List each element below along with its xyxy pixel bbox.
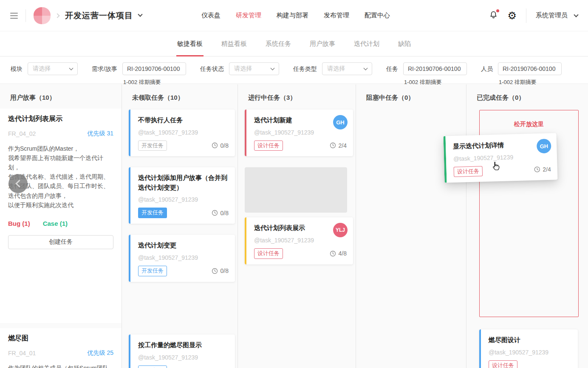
task-time: 2/4 bbox=[330, 142, 347, 149]
task-status-select[interactable]: 请选择 bbox=[229, 62, 279, 75]
clock-icon bbox=[212, 268, 218, 274]
carousel-prev-button[interactable] bbox=[8, 174, 28, 193]
nav-item-dev-management[interactable]: 研发管理 bbox=[236, 11, 261, 20]
task-handle: @task_190527_91239 bbox=[138, 129, 229, 136]
story-priority[interactable]: 优先级 25 bbox=[88, 349, 113, 357]
tab-agile-board[interactable]: 敏捷看板 bbox=[177, 31, 203, 56]
nav-item-release[interactable]: 发布管理 bbox=[324, 11, 349, 20]
filter-task-status: 任务状态 请选择 bbox=[200, 62, 279, 75]
column-header: 已完成任务（0） bbox=[466, 84, 588, 108]
task-time: 0/8 bbox=[212, 210, 229, 216]
story-input[interactable] bbox=[122, 62, 186, 75]
divider bbox=[526, 8, 526, 23]
task-title: 显示迭代计划详情 bbox=[453, 139, 551, 152]
task-card[interactable]: 按工作量的燃尽图显示 @task_190527_91239 开发任务 bbox=[129, 334, 235, 368]
story-description: 作为团队的相关成员（包括Scrum团队成 bbox=[8, 363, 113, 368]
create-task-button[interactable]: 创建任务 bbox=[8, 235, 113, 249]
user-menu[interactable]: 系统管理员 bbox=[536, 11, 578, 20]
filter-task-label: 任务 bbox=[386, 62, 398, 86]
clock-icon bbox=[212, 142, 218, 149]
task-card[interactable]: 迭代计划新建 GH @task_190527_91239 设计任务 2/4 bbox=[245, 110, 353, 156]
filter-person: 人员 1-002 排期摘要 bbox=[481, 62, 562, 86]
column-todo-tasks: 未领取任务（10） 不带执行人任务 @task_190527_91239 开发任… bbox=[122, 84, 238, 368]
clock-icon bbox=[212, 210, 218, 216]
story-priority[interactable]: 优先级 31 bbox=[88, 130, 113, 138]
story-title: 燃尽图 bbox=[8, 334, 113, 343]
task-title: 迭代计划列表展示 bbox=[254, 223, 347, 233]
story-code: FR_04_01 bbox=[8, 350, 36, 357]
notification-dot bbox=[496, 9, 499, 12]
story-card[interactable]: 燃尽图 FR_04_01 优先级 25 作为团队的相关成员（包括Scrum团队成 bbox=[0, 328, 122, 368]
task-time: 2/4 bbox=[534, 166, 551, 173]
task-type-placeholder: 请选择 bbox=[327, 65, 345, 73]
breadcrumb-chevron-icon bbox=[55, 13, 59, 18]
person-input[interactable] bbox=[498, 62, 562, 75]
task-type-select[interactable]: 请选择 bbox=[322, 62, 372, 75]
drag-placeholder bbox=[245, 167, 347, 213]
column-header: 未领取任务（10） bbox=[122, 84, 237, 108]
task-title: 不带执行人任务 bbox=[138, 115, 229, 125]
task-type-tag: 开发任务 bbox=[138, 365, 167, 368]
tab-system-tasks[interactable]: 系统任务 bbox=[266, 31, 291, 56]
story-title: 迭代计划列表展示 bbox=[8, 115, 113, 124]
tab-defects[interactable]: 缺陷 bbox=[398, 31, 411, 56]
task-type-tag: 设计任务 bbox=[454, 166, 483, 177]
topbar-right: ⚙ 系统管理员 bbox=[489, 8, 578, 23]
task-type-tag: 设计任务 bbox=[254, 248, 283, 259]
chevron-down-icon bbox=[69, 66, 74, 70]
task-handle: @task_190527_91239 bbox=[138, 354, 229, 361]
clock-icon bbox=[330, 250, 336, 257]
filter-person-label: 人员 bbox=[481, 62, 493, 86]
chevron-down-icon bbox=[138, 12, 142, 17]
task-handle: @task_190527_91239 bbox=[254, 129, 347, 136]
filter-module-label: 模块 bbox=[11, 62, 23, 75]
hamburger-menu-icon[interactable] bbox=[10, 13, 18, 19]
app-logo[interactable] bbox=[34, 7, 51, 24]
project-title: 开发运营一体项目 bbox=[65, 10, 133, 21]
case-badge[interactable]: Case (1) bbox=[43, 220, 68, 227]
board-tabs: 敏捷看板 精益看板 系统任务 用户故事 迭代计划 缺陷 bbox=[0, 31, 588, 56]
story-code: FR_04_02 bbox=[8, 130, 36, 137]
task-type-tag: 开发任务 bbox=[138, 208, 167, 218]
tab-iteration-plan[interactable]: 迭代计划 bbox=[354, 31, 379, 56]
column-doing-tasks: 进行中任务（3） 迭代计划新建 GH @task_190527_91239 设计… bbox=[238, 84, 356, 368]
tab-user-stories[interactable]: 用户故事 bbox=[310, 31, 335, 56]
chevron-down-icon bbox=[363, 66, 368, 70]
settings-gear-icon[interactable]: ⚙ bbox=[507, 11, 517, 21]
bug-badge[interactable]: Bug (1) bbox=[8, 220, 30, 227]
clock-icon bbox=[330, 142, 336, 149]
task-handle: @task_190527_91239 bbox=[453, 152, 551, 162]
task-card[interactable]: 迭代计划添加用户故事（合并到迭代计划变更） @task_190527_91239… bbox=[129, 167, 235, 224]
nav-item-build-deploy[interactable]: 构建与部署 bbox=[277, 11, 308, 20]
task-card[interactable]: 燃尽图设计 @task_190527_91239 设计任务 bbox=[479, 329, 578, 368]
project-switcher[interactable]: 开发运营一体项目 bbox=[65, 10, 142, 21]
module-select-placeholder: 请选择 bbox=[33, 65, 51, 73]
filter-story-label: 需求/故事 bbox=[92, 62, 117, 86]
notification-bell-icon[interactable] bbox=[489, 10, 498, 21]
task-card[interactable]: 迭代计划变更 @task_190527_91239 开发任务 0/8 bbox=[129, 235, 235, 281]
kanban-board: 用户故事（10） 迭代计划列表展示 FR_04_02 优先级 31 作为Scru… bbox=[0, 84, 588, 368]
avatar[interactable]: GH bbox=[333, 115, 348, 129]
story-card[interactable]: 迭代计划列表展示 FR_04_02 优先级 31 作为Scrum团队的Maste… bbox=[0, 109, 122, 323]
filter-bar: 模块 请选择 需求/故事 1-002 排期摘要 任务状态 请选择 任务类型 请选… bbox=[0, 56, 588, 84]
column-header: 阻塞中任务（0） bbox=[356, 84, 466, 108]
column-header: 用户故事（10） bbox=[0, 84, 122, 108]
module-select[interactable]: 请选择 bbox=[28, 62, 78, 75]
chevron-left-icon bbox=[15, 180, 23, 187]
column-header: 进行中任务（3） bbox=[238, 84, 356, 108]
filter-module: 模块 请选择 bbox=[11, 62, 78, 75]
task-card[interactable]: 迭代计划列表展示 YLJ @task_190527_91239 设计任务 4/8 bbox=[245, 217, 353, 264]
filter-story: 需求/故事 1-002 排期摘要 bbox=[92, 62, 186, 86]
nav-item-dashboard[interactable]: 仪表盘 bbox=[201, 11, 220, 20]
nav-item-config[interactable]: 配置中心 bbox=[365, 11, 390, 20]
dragged-task-card[interactable]: 显示迭代计划详情 GH @task_190527_91239 设计任务 2/4 bbox=[444, 133, 558, 183]
filter-task-type-label: 任务类型 bbox=[293, 62, 317, 75]
avatar[interactable]: YLJ bbox=[333, 223, 348, 237]
tab-lean-board[interactable]: 精益看板 bbox=[221, 31, 247, 56]
filter-task-type: 任务类型 请选择 bbox=[293, 62, 372, 75]
primary-nav: 仪表盘 研发管理 构建与部署 发布管理 配置中心 bbox=[201, 11, 390, 20]
task-status-placeholder: 请选择 bbox=[234, 65, 252, 73]
task-title: 燃尽图设计 bbox=[489, 335, 571, 345]
task-card[interactable]: 不带执行人任务 @task_190527_91239 开发任务 0/8 bbox=[129, 110, 235, 156]
task-input[interactable] bbox=[403, 62, 467, 75]
